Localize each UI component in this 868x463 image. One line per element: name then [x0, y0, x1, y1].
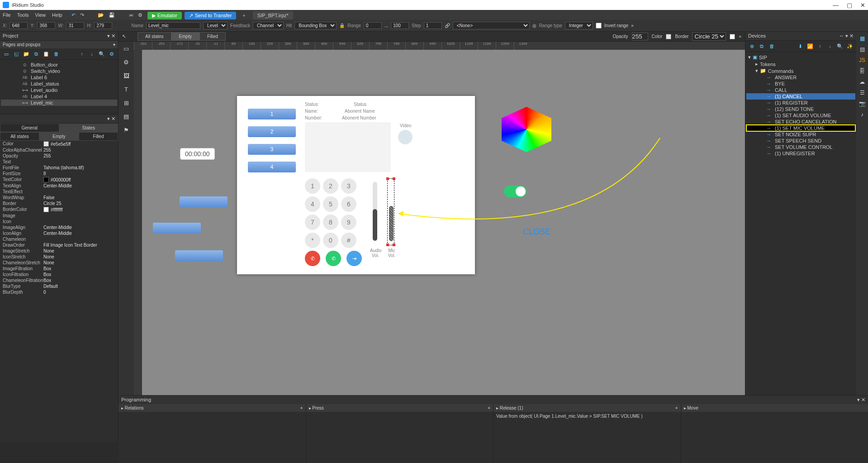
float-button-2[interactable]	[153, 223, 201, 234]
tree-item[interactable]: ⟷Level_audio	[1, 87, 117, 93]
menu-tools[interactable]: Tools	[17, 12, 29, 18]
pointer-tool-icon[interactable]: ↖	[122, 33, 126, 39]
range-hi-input[interactable]	[391, 22, 409, 29]
device-root[interactable]: SIP	[759, 55, 767, 60]
strip-js-icon[interactable]: JS	[858, 56, 866, 64]
preset-2[interactable]: 2	[248, 126, 296, 137]
property-row[interactable]: BlurTypeDefault	[0, 283, 118, 289]
search-icon[interactable]: 🔍	[98, 50, 105, 57]
keypad-key[interactable]: 5	[323, 196, 338, 212]
color-tool-icon[interactable]: ▤	[121, 111, 131, 121]
dev-down-icon[interactable]: ↓	[826, 43, 834, 50]
opacity-input[interactable]	[632, 33, 648, 40]
image-tool-icon[interactable]: 🖼	[121, 71, 131, 81]
close-icon[interactable]: ✕	[860, 2, 865, 9]
strip-cloud-icon[interactable]: ☁	[858, 78, 866, 86]
menu-file[interactable]: File	[3, 12, 11, 18]
keypad-key[interactable]: 7	[305, 215, 320, 230]
text-tool-icon[interactable]: T	[121, 84, 131, 94]
property-row[interactable]: Text	[0, 159, 118, 165]
rangetype-select[interactable]: Integer	[565, 22, 593, 29]
state-all[interactable]: All states	[138, 32, 171, 41]
w-input[interactable]	[66, 22, 84, 29]
x-input[interactable]	[9, 22, 28, 29]
tab-general[interactable]: General	[0, 124, 59, 132]
undo-icon[interactable]: ↶	[71, 12, 76, 18]
video-icon[interactable]	[398, 130, 413, 144]
tree-item[interactable]: AbLabel_status	[1, 81, 117, 87]
mic-slider-selected[interactable]	[387, 178, 394, 245]
delete-device-icon[interactable]: 🗑	[768, 43, 775, 50]
property-list[interactable]: Color#e5e5e5ffColorAlphaChannel255Opacit…	[0, 141, 118, 442]
minimize-icon[interactable]: —	[833, 2, 839, 9]
strip-layers-icon[interactable]: ▤	[858, 45, 866, 53]
property-row[interactable]: BorderColor#ffffffff	[0, 206, 118, 213]
hit-select[interactable]: Bounding Box	[294, 22, 337, 29]
command-item[interactable]: →(1) CANCEL	[746, 93, 855, 100]
col-move[interactable]: Move	[687, 406, 698, 410]
property-row[interactable]: WordWrapFalse	[0, 195, 118, 200]
tree-item[interactable]: AbLabel 4	[1, 93, 117, 100]
more-icon[interactable]: »	[631, 23, 634, 28]
step-input[interactable]	[424, 22, 442, 29]
strip-list-icon[interactable]: ☰	[858, 89, 866, 97]
call-button[interactable]: ✆	[326, 251, 341, 266]
tab-empty[interactable]: Empty	[39, 132, 79, 141]
strip-music-icon[interactable]: ♪	[858, 110, 866, 119]
keypad-key[interactable]: 4	[305, 196, 320, 212]
preset-3[interactable]: 3	[248, 144, 296, 155]
property-row[interactable]: TextEffect	[0, 189, 118, 195]
settings-tool-icon[interactable]: ⚙	[121, 57, 131, 67]
import-icon[interactable]: ⬇	[797, 43, 804, 50]
property-row[interactable]: ColorAlphaChannel255	[0, 147, 118, 153]
border-swatch[interactable]	[730, 34, 735, 39]
command-item[interactable]: →(1) SET MIC VOLUME	[746, 125, 855, 131]
property-row[interactable]: ChameleonStretchNone	[0, 260, 118, 266]
property-row[interactable]: Color#e5e5e5ff	[0, 141, 118, 147]
wand-icon[interactable]: ✨	[846, 43, 854, 50]
add-release-icon[interactable]: +	[675, 406, 678, 410]
tab-states[interactable]: States	[59, 124, 119, 132]
folder-icon[interactable]: 📁	[23, 50, 30, 57]
down-icon[interactable]: ↓	[88, 50, 95, 57]
devices-tree[interactable]: ▾▣SIP ▸Tokens ▾📁Commands →ANSWER→BYE→CAL…	[745, 52, 856, 420]
more2-icon[interactable]: »	[739, 34, 741, 39]
add-relation-icon[interactable]: +	[300, 406, 303, 410]
command-item[interactable]: →(1) UNREGISTER	[746, 150, 855, 157]
lock-icon[interactable]: 🔒	[339, 23, 345, 28]
keypad-key[interactable]: 1	[305, 178, 320, 194]
settings-icon[interactable]: ⚙	[138, 12, 142, 18]
dev-search-icon[interactable]: 🔍	[836, 43, 844, 50]
float-button-3[interactable]	[175, 250, 223, 261]
col-release[interactable]: Release (1)	[500, 406, 523, 410]
property-row[interactable]: ImageFiltrationBox	[0, 266, 118, 272]
copy-device-icon[interactable]: ⧉	[758, 43, 765, 50]
scan-icon[interactable]: 📶	[806, 43, 814, 50]
gear-icon[interactable]: ⚙	[108, 50, 115, 57]
state-empty[interactable]: Empty	[171, 32, 199, 41]
tree-item[interactable]: ⊙Switch_video	[1, 68, 117, 74]
property-row[interactable]: TextColor#000000ff	[0, 177, 118, 183]
property-row[interactable]: Icon	[0, 219, 118, 224]
tree-item[interactable]: ⟷Level_mic	[1, 100, 117, 106]
preset-4[interactable]: 4	[248, 162, 296, 172]
copy-icon[interactable]: ⧉	[33, 50, 40, 57]
strip-db-icon[interactable]: 🗄	[858, 67, 866, 75]
command-item[interactable]: →(12) SEND TONE	[746, 106, 855, 112]
add-device-icon[interactable]: ⊕	[748, 43, 755, 50]
dev-up-icon[interactable]: ↑	[816, 43, 824, 50]
property-row[interactable]: IconFiltrationBox	[0, 272, 118, 277]
exit-button[interactable]: ⇥	[346, 251, 362, 266]
keypad-key[interactable]: #	[341, 233, 356, 248]
preset-1[interactable]: 1	[248, 109, 296, 119]
keypad-key[interactable]: 3	[341, 178, 356, 194]
border-select[interactable]: Circle 25	[692, 32, 726, 41]
release-body[interactable]: Value from object( UI.Page 1.Level_mic.V…	[493, 412, 681, 463]
new-page-icon[interactable]: ▭	[3, 50, 10, 57]
property-row[interactable]: ChameleonFiltrationBox	[0, 277, 118, 283]
emulator-button[interactable]: ▶ Emulator	[147, 12, 182, 19]
link-icon[interactable]: 🔗	[445, 23, 450, 28]
audio-slider[interactable]	[373, 182, 377, 241]
maximize-icon[interactable]: ▢	[847, 2, 852, 9]
color-hexagon[interactable]	[502, 107, 551, 152]
